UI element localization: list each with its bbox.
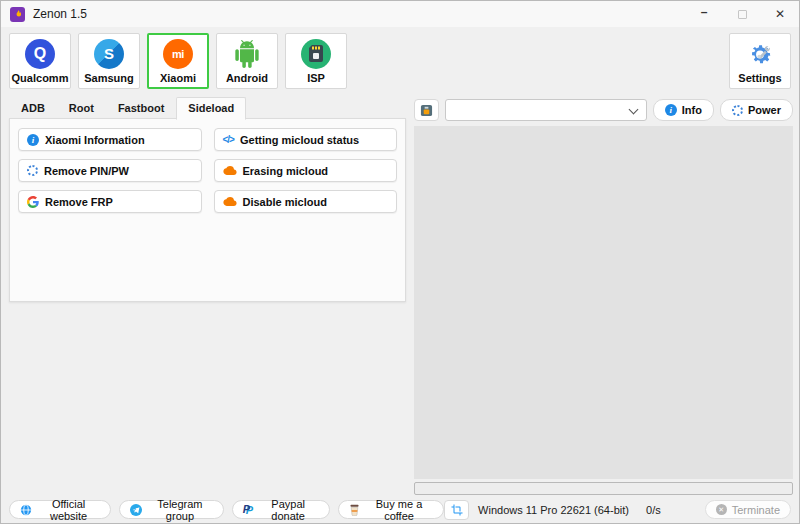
mode-tabs: ADB Root Fastboot Sideload <box>9 97 246 120</box>
globe-icon <box>20 504 32 516</box>
brand-button-samsung[interactable]: S Samsung <box>78 33 140 89</box>
cloud-icon <box>223 196 237 207</box>
window-title: Zenon 1.5 <box>33 7 87 21</box>
isp-icon <box>301 39 331 69</box>
app-window: Zenon 1.5 – ✕ Q Qualcomm S Samsung mi Xi… <box>0 0 800 524</box>
qualcomm-icon: Q <box>25 39 55 69</box>
power-cycle-icon <box>732 105 743 116</box>
sideload-panel: i Xiaomi Information </> Getting micloud… <box>9 118 406 302</box>
gear-icon <box>746 39 774 69</box>
paypal-icon <box>243 504 253 516</box>
remove-pin-pw-button[interactable]: Remove PIN/PW <box>18 159 202 182</box>
info-button[interactable]: i Info <box>653 99 714 121</box>
device-select[interactable] <box>445 99 647 121</box>
disable-micloud-button[interactable]: Disable micloud <box>214 190 398 213</box>
telegram-icon <box>130 504 142 516</box>
erasing-micloud-button[interactable]: Erasing micloud <box>214 159 398 182</box>
paypal-donate-button[interactable]: Paypal donate <box>232 500 330 519</box>
device-button[interactable] <box>414 99 439 121</box>
buy-me-a-coffee-button[interactable]: Buy me a coffee <box>338 500 444 519</box>
getting-micloud-status-button[interactable]: </> Getting micloud status <box>214 128 398 151</box>
remove-frp-button[interactable]: Remove FRP <box>18 190 202 213</box>
code-icon: </> <box>223 134 234 145</box>
screenshot-button[interactable] <box>444 500 469 520</box>
chevron-down-icon <box>628 105 638 115</box>
info-icon: i <box>665 104 677 116</box>
device-icon <box>420 104 433 117</box>
tab-adb[interactable]: ADB <box>9 97 57 120</box>
flame-icon <box>10 7 25 22</box>
settings-button[interactable]: Settings <box>729 33 791 89</box>
cloud-icon <box>223 165 237 176</box>
terminate-button[interactable]: Terminate <box>705 500 791 519</box>
official-website-button[interactable]: Official website <box>9 500 111 519</box>
brand-button-isp[interactable]: ISP <box>285 33 347 89</box>
brand-button-android[interactable]: Android <box>216 33 278 89</box>
maximize-button[interactable] <box>723 1 761 27</box>
progress-bar <box>414 482 793 495</box>
log-output-area <box>414 126 793 479</box>
brand-button-qualcomm[interactable]: Q Qualcomm <box>9 33 71 89</box>
power-button[interactable]: Power <box>720 99 793 121</box>
google-icon <box>27 196 39 208</box>
spinner-icon <box>27 165 38 176</box>
terminate-x-icon <box>716 504 727 515</box>
samsung-icon: S <box>94 39 124 69</box>
action-grid: i Xiaomi Information </> Getting micloud… <box>10 119 405 222</box>
tab-sideload[interactable]: Sideload <box>176 97 246 120</box>
device-bar: i Info Power <box>414 99 793 121</box>
telegram-group-button[interactable]: Telegram group <box>119 500 224 519</box>
crop-icon <box>451 504 463 516</box>
transfer-speed-text: 0/s <box>646 504 661 516</box>
brand-toolbar: Q Qualcomm S Samsung mi Xiaomi Android I… <box>9 33 791 89</box>
status-bar: Official website Telegram group Paypal d… <box>1 496 799 523</box>
xiaomi-icon: mi <box>163 39 193 69</box>
close-button[interactable]: ✕ <box>761 1 799 27</box>
coffee-icon <box>349 504 360 516</box>
status-right: Windows 11 Pro 22621 (64-bit) 0/s Termin… <box>444 500 791 520</box>
tab-root[interactable]: Root <box>57 97 106 120</box>
os-version-text: Windows 11 Pro 22621 (64-bit) <box>478 504 629 516</box>
xiaomi-information-button[interactable]: i Xiaomi Information <box>18 128 202 151</box>
title-bar: Zenon 1.5 – ✕ <box>1 1 799 27</box>
brand-button-xiaomi[interactable]: mi Xiaomi <box>147 33 209 89</box>
window-controls: – ✕ <box>685 1 799 27</box>
maximize-icon <box>738 10 747 19</box>
minimize-button[interactable]: – <box>685 1 723 27</box>
tab-fastboot[interactable]: Fastboot <box>106 97 176 120</box>
info-icon: i <box>27 134 39 146</box>
status-links: Official website Telegram group Paypal d… <box>9 500 444 519</box>
android-icon <box>233 39 261 69</box>
